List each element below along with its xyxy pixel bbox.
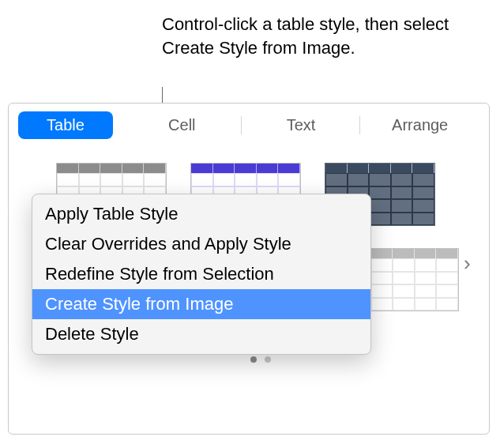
page-dots: [56, 356, 465, 363]
thumb-header: [57, 164, 166, 173]
tab-arrange[interactable]: Arrange: [360, 111, 479, 139]
menu-item-apply-table-style[interactable]: Apply Table Style: [32, 199, 370, 229]
tab-text[interactable]: Text: [242, 111, 361, 139]
callout-text: Control-click a table style, then select…: [162, 13, 462, 59]
menu-item-delete-style[interactable]: Delete Style: [32, 319, 370, 349]
tab-table[interactable]: Table: [18, 111, 113, 139]
chevron-right-icon[interactable]: ›: [464, 254, 475, 273]
thumb-header: [325, 164, 434, 173]
thumb-header: [191, 164, 300, 173]
inspector-tabs: Table Cell Text Arrange: [9, 104, 489, 147]
tab-cell[interactable]: Cell: [122, 111, 242, 139]
page-dot[interactable]: [265, 356, 271, 363]
menu-item-redefine-style[interactable]: Redefine Style from Selection: [32, 259, 370, 289]
table-style-context-menu: Apply Table Style Clear Overrides and Ap…: [32, 194, 371, 355]
page-dot[interactable]: [250, 356, 257, 363]
menu-item-create-style-from-image[interactable]: Create Style from Image: [32, 289, 370, 319]
menu-item-clear-overrides[interactable]: Clear Overrides and Apply Style: [32, 229, 370, 259]
